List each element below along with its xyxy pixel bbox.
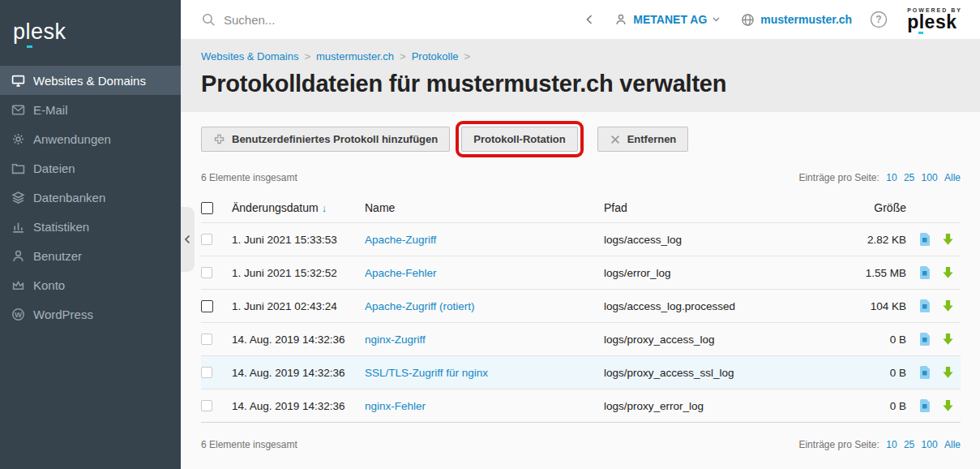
- row-checkbox[interactable]: [201, 267, 212, 278]
- table-row[interactable]: 1. Juni 2021 02:43:24 Apache-Zugriff (ro…: [201, 289, 961, 322]
- view-log-icon[interactable]: [919, 399, 931, 412]
- plesk-logo-underline: [918, 32, 923, 34]
- log-name-link[interactable]: nginx-Fehler: [365, 400, 426, 412]
- sidebar-item-wordpress[interactable]: W WordPress: [0, 299, 181, 329]
- sidebar-item-label: Statistiken: [33, 220, 89, 234]
- wordpress-icon: W: [11, 308, 25, 321]
- log-files-table: Änderungsdatum↓ Name Pfad Größe 1. Juni …: [201, 193, 961, 423]
- sidebar-item-applications[interactable]: Anwendungen: [0, 124, 181, 153]
- plesk-sidebar-logo[interactable]: plesk: [0, 0, 181, 66]
- account-name: METANET AG: [633, 13, 707, 26]
- sidebar-item-label: Dateien: [33, 161, 75, 175]
- sidebar-item-label: Anwendungen: [33, 132, 111, 146]
- log-name-link[interactable]: nginx-Zugriff: [365, 333, 426, 346]
- breadcrumb-link-websites-domains[interactable]: Websites & Domains: [201, 50, 298, 62]
- folder-icon: [11, 161, 25, 175]
- row-checkbox[interactable]: [201, 234, 212, 245]
- breadcrumb-link-logs[interactable]: Protokolle: [412, 50, 459, 62]
- add-custom-log-button[interactable]: Benutzerdefiniertes Protokoll hinzufügen: [201, 127, 450, 152]
- chevron-left-icon: [585, 14, 593, 25]
- row-path: logs/error_log: [604, 267, 859, 279]
- per-page-10[interactable]: 10: [886, 172, 897, 183]
- table-header: Änderungsdatum↓ Name Pfad Größe: [201, 193, 961, 222]
- breadcrumb: Websites & Domains>mustermuster.ch>Proto…: [201, 50, 980, 62]
- log-name-link[interactable]: Apache-Zugriff: [365, 234, 436, 246]
- per-page-25[interactable]: 25: [904, 172, 914, 183]
- download-log-icon[interactable]: [942, 266, 954, 279]
- domain-name: mustermuster.ch: [760, 13, 852, 26]
- sort-desc-icon: ↓: [322, 202, 327, 214]
- total-count: 6 Elemente insgesamt: [201, 172, 297, 183]
- row-size: 2.82 KB: [859, 234, 918, 246]
- download-log-icon[interactable]: [942, 366, 954, 379]
- view-log-icon[interactable]: [919, 266, 931, 279]
- column-header-name[interactable]: Name: [365, 201, 604, 214]
- sidebar-item-label: E-Mail: [33, 103, 68, 117]
- sidebar-item-label: WordPress: [33, 308, 93, 321]
- table-row[interactable]: 1. Juni 2021 15:32:52 Apache-Fehler logs…: [201, 256, 961, 289]
- back-button[interactable]: [585, 14, 593, 25]
- table-row[interactable]: 14. Aug. 2019 14:32:36 nginx-Fehler logs…: [201, 389, 961, 422]
- log-name-link[interactable]: Apache-Fehler: [365, 267, 437, 279]
- remove-button[interactable]: Entfernen: [597, 127, 689, 152]
- row-checkbox[interactable]: [201, 367, 212, 378]
- sidebar-item-statistics[interactable]: Statistiken: [0, 212, 181, 241]
- search-bar[interactable]: [202, 13, 585, 27]
- toolbar: Benutzerdefiniertes Protokoll hinzufügen…: [201, 127, 961, 152]
- row-size: 104 KB: [859, 300, 918, 312]
- row-path: logs/proxy_error_log: [604, 400, 859, 412]
- view-log-icon[interactable]: [919, 333, 931, 346]
- log-name-link[interactable]: Apache-Zugriff (rotiert): [365, 300, 475, 312]
- sidebar-item-email[interactable]: E-Mail: [0, 95, 181, 124]
- per-page-25[interactable]: 25: [904, 439, 914, 450]
- crown-icon: [11, 278, 25, 292]
- table-row[interactable]: 14. Aug. 2019 14:32:36 SSL/TLS-Zugriff f…: [201, 355, 961, 389]
- sidebar-item-files[interactable]: Dateien: [0, 153, 181, 183]
- help-button[interactable]: ?: [870, 11, 888, 28]
- plesk-logo-text: plesk: [13, 19, 66, 44]
- svg-text:?: ?: [875, 14, 881, 25]
- row-checkbox[interactable]: [201, 333, 212, 345]
- column-header-size[interactable]: Größe: [859, 201, 918, 214]
- svg-text:W: W: [15, 309, 22, 318]
- plus-icon: [213, 133, 225, 145]
- envelope-icon: [11, 103, 25, 117]
- view-log-icon[interactable]: [919, 366, 931, 379]
- search-input[interactable]: [224, 13, 467, 27]
- search-icon: [202, 13, 216, 27]
- column-header-date[interactable]: Änderungsdatum↓: [232, 201, 365, 214]
- sidebar-collapse-toggle[interactable]: [181, 207, 195, 272]
- download-log-icon[interactable]: [942, 399, 954, 412]
- row-checkbox[interactable]: [201, 400, 212, 411]
- row-size: 0 B: [859, 333, 918, 346]
- list-meta-bottom: 6 Elemente insgesamt Einträge pro Seite:…: [201, 439, 961, 450]
- sidebar-item-websites-domains[interactable]: Websites & Domains: [0, 66, 181, 95]
- row-checkbox[interactable]: [201, 300, 213, 312]
- view-log-icon[interactable]: [919, 233, 931, 246]
- account-menu[interactable]: METANET AG: [614, 13, 720, 26]
- domain-switcher[interactable]: mustermuster.ch: [741, 13, 852, 27]
- sidebar-item-users[interactable]: Benutzer: [0, 241, 181, 270]
- download-log-icon[interactable]: [942, 233, 954, 246]
- log-rotation-button[interactable]: Protokoll-Rotation: [461, 127, 577, 152]
- sidebar-nav: Websites & Domains E-Mail Anwendungen Da…: [0, 66, 181, 329]
- per-page-10[interactable]: 10: [886, 439, 897, 450]
- per-page-all[interactable]: Alle: [944, 172, 961, 183]
- sidebar-item-account[interactable]: Konto: [0, 270, 181, 299]
- table-row[interactable]: 14. Aug. 2019 14:32:36 nginx-Zugriff log…: [201, 322, 961, 355]
- gear-icon: [11, 132, 25, 146]
- per-page-100[interactable]: 100: [922, 439, 938, 450]
- view-log-icon[interactable]: [919, 299, 931, 312]
- table-row[interactable]: 1. Juni 2021 15:33:53 Apache-Zugriff log…: [201, 222, 961, 256]
- download-log-icon[interactable]: [942, 299, 954, 312]
- select-all-checkbox[interactable]: [201, 202, 213, 214]
- download-log-icon[interactable]: [942, 333, 954, 346]
- sidebar-item-databases[interactable]: Datenbanken: [0, 183, 181, 212]
- breadcrumb-link-domain[interactable]: mustermuster.ch: [316, 50, 394, 62]
- per-page-100[interactable]: 100: [922, 172, 938, 183]
- database-layers-icon: [11, 191, 25, 204]
- per-page-all[interactable]: Alle: [944, 439, 961, 450]
- row-path: logs/proxy_access_log: [604, 333, 859, 346]
- log-name-link[interactable]: SSL/TLS-Zugriff für nginx: [365, 367, 488, 379]
- column-header-path[interactable]: Pfad: [604, 201, 859, 214]
